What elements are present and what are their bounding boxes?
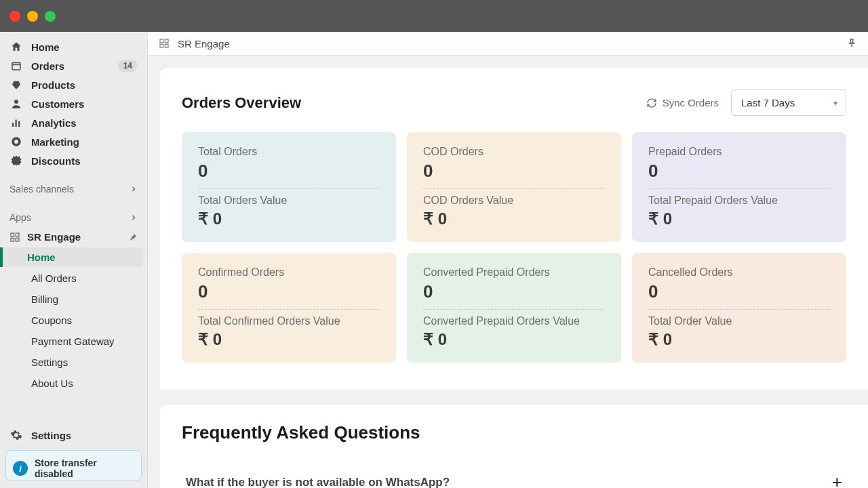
nav-label: Analytics [31,117,77,129]
card-label: Cancelled Orders [648,266,830,279]
faq-panel: Frequently Asked Questions What if the b… [160,405,868,488]
section-label: Sales channels [9,184,74,195]
app-icon [9,232,20,243]
pin-icon[interactable] [846,38,857,49]
home-icon [9,41,23,53]
svg-rect-4 [18,121,20,127]
card-value: ₹ 0 [423,330,605,349]
svg-rect-2 [12,123,14,127]
subnav-coupons[interactable]: Coupons [4,310,143,330]
nav-label: Products [31,79,75,91]
card-label: Prepaid Orders [648,146,830,158]
sync-orders-button[interactable]: Sync Orders [646,97,719,108]
orders-icon [9,60,23,72]
subnav-payment-gateway[interactable]: Payment Gateway [4,331,143,351]
nav-label: Orders [31,60,64,72]
subnav-all-orders[interactable]: All Orders [4,268,143,288]
svg-rect-8 [16,233,19,237]
window-maximize-button[interactable] [45,11,56,22]
card-count: 0 [648,161,830,182]
nav-discounts[interactable]: Discounts [0,151,147,170]
panel-title: Orders Overview [182,94,301,112]
svg-rect-9 [11,238,14,241]
gear-icon [9,429,23,441]
card-value: ₹ 0 [648,330,830,349]
card-label: Total Orders [198,146,380,158]
nav-label: Marketing [31,136,79,148]
nav-customers[interactable]: Customers [0,94,147,113]
nav-label: Discounts [31,155,81,167]
card-converted-prepaid-orders: Converted Prepaid Orders 0 Converted Pre… [407,253,621,363]
topbar-title: SR Engage [178,38,230,49]
card-cod-orders: COD Orders 0 COD Orders Value ₹ 0 [407,132,621,242]
main-area: SR Engage Orders Overview Sync Orders [148,32,868,488]
pin-icon[interactable] [128,232,138,242]
sales-channels-toggle[interactable]: Sales channels [0,177,147,199]
card-count: 0 [423,281,605,302]
svg-rect-7 [11,233,14,237]
nav-label: Customers [31,98,84,110]
subnav-about-us[interactable]: About Us [4,373,143,393]
sync-label: Sync Orders [663,97,719,108]
window-titlebar [0,0,868,32]
store-transfer-notice[interactable]: i Store transfer disabled [5,450,142,481]
orders-overview-panel: Orders Overview Sync Orders Last 7 Days [160,68,868,390]
marketing-icon [9,136,23,148]
card-count: 0 [198,161,380,182]
card-cancelled-orders: Cancelled Orders 0 Total Order Value ₹ 0 [632,253,846,363]
customers-icon [9,98,23,110]
section-label: Apps [9,212,31,223]
subnav-settings[interactable]: Settings [4,352,143,372]
app-sr-engage[interactable]: SR Engage [0,227,147,247]
svg-rect-14 [165,44,168,47]
card-value: ₹ 0 [198,209,380,228]
info-icon: i [13,461,28,476]
nav-label: Settings [31,430,71,441]
chevron-right-icon [130,185,138,193]
analytics-icon [9,117,23,129]
svg-rect-3 [16,120,17,127]
products-icon [9,79,23,91]
faq-item[interactable]: What if the buyer is not available on Wh… [182,462,846,488]
refresh-icon [646,98,657,108]
orders-badge: 14 [118,60,138,72]
card-value: ₹ 0 [648,209,830,228]
date-range-select[interactable]: Last 7 Days [731,89,846,116]
svg-rect-11 [160,39,163,43]
card-label: COD Orders [423,146,605,158]
nav-products[interactable]: Products [0,75,147,94]
svg-point-1 [14,100,18,104]
window-close-button[interactable] [9,11,20,22]
nav-orders[interactable]: Orders 14 [0,56,147,75]
apps-toggle[interactable]: Apps [0,205,147,227]
app-grid-icon [159,38,170,49]
card-count: 0 [198,281,380,302]
subnav-billing[interactable]: Billing [4,289,143,309]
expand-icon: + [832,472,842,488]
svg-rect-10 [16,238,19,241]
nav-settings-bottom[interactable]: Settings [0,426,147,445]
chevron-right-icon [130,214,138,222]
nav-home[interactable]: Home [0,37,147,56]
card-count: 0 [423,161,605,182]
notice-text: Store transfer disabled [35,458,134,479]
card-value: ₹ 0 [423,209,605,228]
window-minimize-button[interactable] [27,11,38,22]
card-value: ₹ 0 [198,330,380,349]
discounts-icon [9,155,23,167]
card-count: 0 [648,281,830,302]
card-label: Confirmed Orders [198,266,380,279]
svg-rect-13 [160,44,163,47]
faq-question: What if the buyer is not available on Wh… [186,476,450,489]
card-value-label: Converted Prepaid Orders Value [423,315,605,327]
card-total-orders: Total Orders 0 Total Orders Value ₹ 0 [182,132,396,242]
nav-marketing[interactable]: Marketing [0,132,147,151]
svg-rect-0 [12,63,20,70]
card-label: Converted Prepaid Orders [423,266,605,279]
sidebar: Home Orders 14 Products Customers [0,32,148,488]
svg-point-6 [14,140,18,144]
nav-analytics[interactable]: Analytics [0,113,147,132]
topbar: SR Engage [148,32,868,56]
card-value-label: COD Orders Value [423,195,605,207]
subnav-home[interactable]: Home [0,247,143,267]
